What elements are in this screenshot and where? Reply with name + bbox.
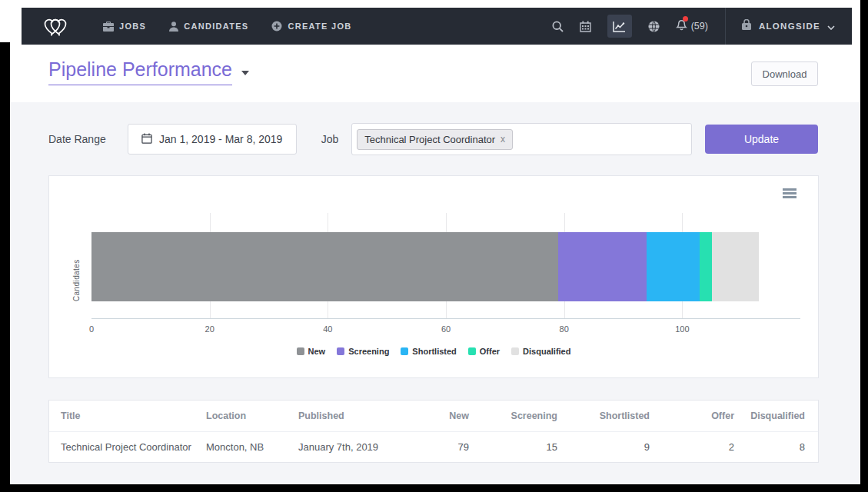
- table-cell: 8: [737, 432, 818, 463]
- update-button[interactable]: Update: [705, 125, 818, 154]
- job-select-input[interactable]: Technical Project Coordinator x: [351, 123, 692, 155]
- legend-label: Shortlisted: [412, 347, 456, 356]
- legend-swatch: [337, 347, 344, 355]
- results-table: TitleLocationPublishedNewScreeningShortl…: [49, 401, 818, 462]
- plus-circle-icon: [271, 21, 282, 32]
- nav-item-label: CREATE JOB: [288, 22, 351, 31]
- table-row[interactable]: Technical Project CoordinatorMoncton, NB…: [49, 432, 818, 463]
- legend-item-disqualified[interactable]: Disqualified: [511, 347, 570, 356]
- chevron-down-icon: [827, 19, 835, 33]
- nav-divider: [725, 8, 726, 45]
- download-button[interactable]: Download: [751, 62, 818, 86]
- globe-icon[interactable]: [648, 21, 660, 32]
- legend-item-shortlisted[interactable]: Shortlisted: [401, 347, 456, 356]
- bar-segment-shortlisted[interactable]: [647, 232, 700, 301]
- chip-remove-icon[interactable]: x: [501, 135, 505, 144]
- table-header-row: TitleLocationPublishedNewScreeningShortl…: [49, 401, 818, 432]
- notifications-button[interactable]: (59): [676, 18, 708, 34]
- table-cell: 79: [395, 432, 472, 463]
- column-header-shortlisted: Shortlisted: [560, 401, 653, 432]
- x-tick-label: 0: [89, 324, 94, 334]
- column-header-offer: Offer: [653, 401, 737, 432]
- alongside-logo-icon[interactable]: [40, 15, 71, 38]
- column-header-location: Location: [203, 401, 295, 432]
- calendar-icon[interactable]: [580, 21, 591, 32]
- legend-swatch: [297, 347, 304, 355]
- account-menu[interactable]: ALONGSIDE: [741, 19, 835, 34]
- legend-item-new[interactable]: New: [297, 347, 326, 356]
- account-name: ALONGSIDE: [759, 22, 820, 31]
- bar-segment-screening[interactable]: [558, 232, 647, 301]
- date-range-input[interactable]: Jan 1, 2019 - Mar 8, 2019: [128, 124, 297, 155]
- table-cell: 15: [472, 432, 560, 463]
- x-tick-label: 60: [441, 324, 451, 334]
- filter-row: Date Range Jan 1, 2019 - Mar 8, 2019 Job…: [48, 123, 818, 155]
- column-header-disqualified: Disqualified: [737, 401, 818, 432]
- legend-swatch: [468, 347, 476, 355]
- column-header-new: New: [395, 401, 472, 432]
- bar-segment-new[interactable]: [91, 232, 558, 301]
- stacked-bar: [91, 232, 759, 301]
- job-label: Job: [321, 133, 339, 145]
- x-tick-label: 100: [675, 324, 689, 334]
- legend-swatch: [511, 347, 519, 355]
- job-chip-label: Technical Project Coordinator: [364, 134, 495, 145]
- table-cell: Moncton, NB: [203, 432, 295, 463]
- table-cell: Technical Project Coordinator: [49, 432, 203, 463]
- pipeline-chart-card: Candidates 020406080100 NewScreeningShor…: [48, 175, 819, 378]
- results-table-card: TitleLocationPublishedNewScreeningShortl…: [48, 400, 819, 463]
- screenshot-frame-bottom: [0, 484, 868, 492]
- bar-segment-offer[interactable]: [700, 232, 711, 301]
- x-axis-line: [91, 318, 800, 319]
- account-avatar-icon: [741, 19, 752, 34]
- search-icon[interactable]: [552, 21, 564, 32]
- nav-item-label: JOBS: [119, 22, 146, 31]
- table-cell: 2: [653, 432, 737, 463]
- nav-item-label: CANDIDATES: [184, 22, 248, 31]
- table-cell: January 7th, 2019: [295, 432, 395, 463]
- legend-label: Screening: [348, 347, 389, 356]
- nav-menu: JOBS CANDIDATES CREATE J: [103, 21, 352, 32]
- nav-item-candidates[interactable]: CANDIDATES: [169, 21, 248, 32]
- briefcase-icon: [103, 22, 114, 32]
- legend-swatch: [401, 347, 408, 355]
- legend-item-offer[interactable]: Offer: [468, 347, 500, 356]
- date-range-value: Jan 1, 2019 - Mar 8, 2019: [159, 133, 282, 145]
- x-tick-label: 40: [323, 324, 332, 334]
- legend-label: Offer: [480, 347, 500, 356]
- date-range-label: Date Range: [48, 133, 106, 145]
- page: JOBS CANDIDATES CREATE J: [10, 0, 860, 484]
- calendar-small-icon: [141, 133, 152, 146]
- screenshot-frame-left: [0, 42, 10, 492]
- nav-item-jobs[interactable]: JOBS: [103, 21, 146, 32]
- caret-down-icon: [241, 71, 249, 75]
- legend-label: Disqualified: [523, 347, 570, 356]
- screenshot-frame-right: [860, 0, 868, 492]
- page-title[interactable]: Pipeline Performance: [48, 58, 232, 85]
- bar-segment-disqualified[interactable]: [712, 232, 759, 301]
- reports-chart-icon[interactable]: [607, 15, 632, 38]
- content-area: Date Range Jan 1, 2019 - Mar 8, 2019 Job…: [10, 102, 860, 484]
- column-header-title: Title: [49, 401, 203, 432]
- nav-item-create-job[interactable]: CREATE JOB: [271, 21, 351, 32]
- column-header-screening: Screening: [472, 401, 560, 432]
- legend-label: New: [308, 347, 326, 356]
- chart-legend: NewScreeningShortlistedOfferDisqualified: [49, 347, 818, 356]
- user-icon: [169, 22, 178, 32]
- table-cell: 9: [560, 432, 653, 463]
- legend-item-screening[interactable]: Screening: [337, 347, 389, 356]
- chart-y-axis-label: Candidates: [72, 232, 81, 301]
- top-navbar: JOBS CANDIDATES CREATE J: [22, 8, 852, 45]
- x-tick-label: 80: [560, 324, 569, 334]
- page-header: Pipeline Performance Download: [22, 45, 852, 102]
- report-selector[interactable]: Pipeline Performance: [48, 58, 249, 85]
- job-chip: Technical Project Coordinator x: [357, 129, 513, 150]
- column-header-published: Published: [295, 401, 395, 432]
- notification-dot: [683, 16, 688, 22]
- nav-right-icons: (59): [552, 15, 708, 38]
- x-tick-label: 20: [205, 324, 215, 334]
- notification-count: (59): [691, 21, 708, 32]
